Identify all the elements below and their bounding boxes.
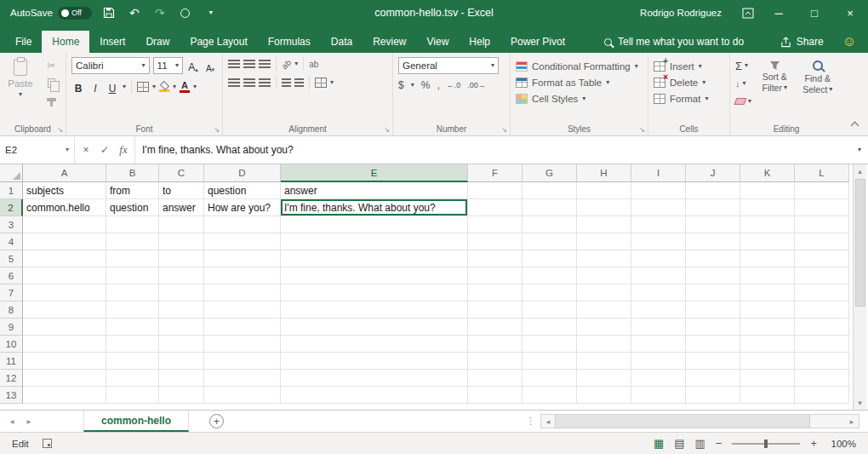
row-header-10[interactable]: 10 (0, 336, 23, 353)
font-color-dropdown-icon[interactable]: ▾ (193, 83, 197, 90)
fill-button[interactable]: ↓ ▾ (735, 76, 751, 91)
merge-center-button[interactable] (315, 78, 327, 88)
cell-L3[interactable] (795, 216, 849, 233)
cell-L11[interactable] (795, 353, 849, 370)
copy-button[interactable] (43, 76, 59, 89)
font-size-combo[interactable]: 11 ▾ (153, 57, 183, 74)
tab-draw[interactable]: Draw (135, 31, 180, 53)
macro-record-icon[interactable] (43, 439, 52, 448)
cell-A12[interactable] (23, 370, 106, 387)
format-cells-button[interactable]: Format ▾ (654, 90, 724, 106)
horizontal-scrollbar-thumb[interactable] (555, 415, 810, 428)
cell-E12[interactable] (281, 370, 468, 387)
cell-F10[interactable] (468, 336, 523, 353)
tab-data[interactable]: Data (321, 31, 363, 53)
cell-E1[interactable]: answer (281, 182, 468, 199)
cell-D11[interactable] (204, 353, 281, 370)
cell-H6[interactable] (577, 267, 631, 284)
cell-L7[interactable] (795, 284, 849, 302)
column-header-K[interactable]: K (740, 164, 795, 182)
cell-G3[interactable] (523, 216, 577, 233)
tab-power-pivot[interactable]: Power Pivot (500, 31, 575, 53)
cell-K7[interactable] (740, 284, 795, 302)
cell-I11[interactable] (631, 353, 686, 370)
cell-G1[interactable] (523, 182, 577, 199)
borders-dropdown-icon[interactable]: ▾ (152, 83, 156, 90)
cell-L4[interactable] (795, 233, 849, 250)
cell-D1[interactable]: question (204, 182, 281, 199)
row-header-12[interactable]: 12 (0, 370, 23, 387)
tab-splitter-icon[interactable]: ⋮ (521, 411, 540, 432)
tab-help[interactable]: Help (459, 31, 500, 53)
format-as-table-button[interactable]: Format as Table ▾ (516, 74, 642, 90)
cell-D10[interactable] (204, 336, 281, 353)
minimize-button[interactable]: ─ (761, 0, 797, 26)
cell-J13[interactable] (686, 387, 740, 404)
cell-C7[interactable] (159, 284, 204, 302)
cell-A3[interactable] (23, 216, 106, 233)
cell-L6[interactable] (795, 267, 849, 284)
cell-A10[interactable] (23, 336, 106, 353)
cell-B9[interactable] (106, 319, 159, 336)
borders-button[interactable] (137, 82, 149, 92)
cell-J10[interactable] (686, 336, 740, 353)
insert-function-button[interactable]: fx (114, 143, 133, 157)
cell-F3[interactable] (468, 216, 523, 233)
cell-E13[interactable] (281, 387, 468, 404)
cell-J11[interactable] (686, 353, 740, 370)
cell-I3[interactable] (631, 216, 686, 233)
cell-F1[interactable] (468, 182, 523, 199)
cell-H11[interactable] (577, 353, 631, 370)
cell-G8[interactable] (523, 302, 577, 319)
row-header-9[interactable]: 9 (0, 319, 23, 336)
cell-L13[interactable] (795, 387, 849, 404)
cell-J4[interactable] (686, 233, 740, 250)
cell-G9[interactable] (523, 319, 577, 336)
cell-G13[interactable] (523, 387, 577, 404)
cell-C10[interactable] (159, 336, 204, 353)
maximize-button[interactable]: □ (797, 0, 832, 26)
tab-page-layout[interactable]: Page Layout (180, 31, 257, 53)
cell-F7[interactable] (468, 284, 523, 302)
cell-D7[interactable] (204, 284, 281, 302)
cell-C12[interactable] (159, 370, 204, 387)
cell-L12[interactable] (795, 370, 849, 387)
vertical-scrollbar-thumb[interactable] (855, 179, 865, 307)
zoom-slider[interactable] (732, 443, 800, 445)
name-box[interactable]: E2 ▾ (0, 136, 75, 164)
cell-E5[interactable] (281, 250, 468, 267)
cell-D8[interactable] (204, 302, 281, 319)
cell-H4[interactable] (577, 233, 631, 250)
cell-I5[interactable] (631, 250, 686, 267)
cell-E4[interactable] (281, 233, 468, 250)
find-select-button[interactable]: Find & Select ▾ (798, 58, 837, 121)
cell-I1[interactable] (631, 182, 686, 199)
cell-F4[interactable] (468, 233, 523, 250)
cell-G11[interactable] (523, 353, 577, 370)
cell-G2[interactable] (523, 199, 577, 216)
cell-C9[interactable] (159, 319, 204, 336)
sheet-nav-next-icon[interactable]: ▸ (20, 411, 37, 432)
cell-D3[interactable] (204, 216, 281, 233)
decrease-decimal-button[interactable]: .00→ (467, 81, 486, 89)
cell-G5[interactable] (523, 250, 577, 267)
grow-font-button[interactable]: A▴ (186, 58, 200, 73)
cell-A11[interactable] (23, 353, 106, 370)
cell-F12[interactable] (468, 370, 523, 387)
vertical-scrollbar[interactable]: ▴ ▾ (853, 164, 866, 410)
cell-C2[interactable]: answer (159, 199, 204, 216)
cell-C13[interactable] (159, 387, 204, 404)
new-sheet-button[interactable]: + (209, 414, 224, 428)
percent-style-button[interactable]: % (421, 79, 431, 91)
tell-me-box[interactable]: Tell me what you want to do (604, 36, 744, 48)
column-header-A[interactable]: A (23, 164, 106, 182)
cell-K11[interactable] (740, 353, 795, 370)
wrap-text-button[interactable]: ab (309, 60, 318, 69)
zoom-level[interactable]: 100% (827, 439, 856, 449)
cell-B6[interactable] (106, 267, 159, 284)
cell-B8[interactable] (106, 302, 159, 319)
italic-button[interactable]: I (89, 79, 102, 95)
merge-center-dropdown-icon[interactable]: ▾ (330, 79, 334, 86)
cell-J6[interactable] (686, 267, 740, 284)
align-right-button[interactable] (259, 78, 271, 87)
